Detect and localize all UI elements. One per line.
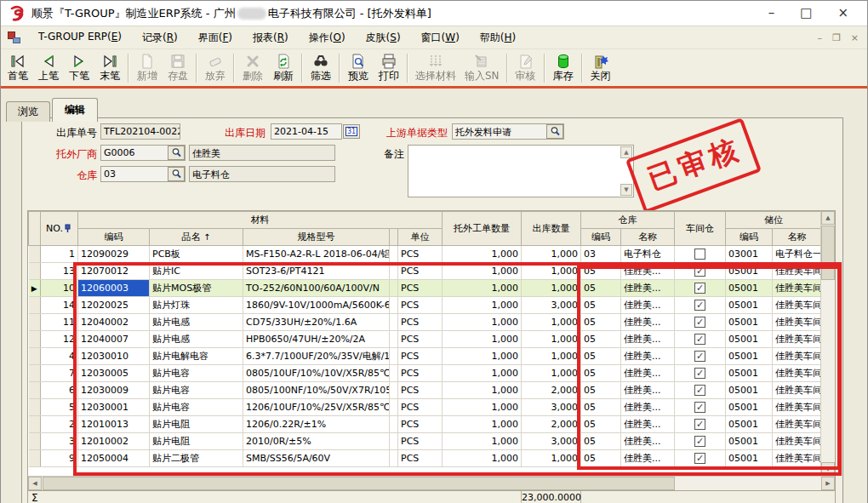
toolbar-button-7[interactable]: 删除 [237, 50, 268, 85]
cell-order-qty[interactable]: 1,000 [443, 365, 522, 382]
table-row[interactable]: 1312070012贴片ICSOT23-6/PT4121PCS1,0001,00… [29, 263, 822, 280]
toolbar-button-16[interactable]: 关闭 [585, 50, 616, 85]
tab-edit[interactable]: 编辑 [52, 98, 98, 122]
cell-loc-code[interactable]: 03001 [726, 246, 773, 263]
header-unit[interactable]: 单位 [398, 229, 443, 246]
cell-loc-name[interactable]: 佳胜美车间仓 [773, 331, 821, 348]
toolbar-button-6[interactable]: 放弃 [200, 50, 231, 85]
remark-scroll-up-icon[interactable]: ▲ [620, 146, 632, 158]
cell-loc-name[interactable]: 佳胜美车间仓 [773, 297, 821, 314]
cell-loc-code[interactable]: 05001 [726, 297, 773, 314]
table-row[interactable]: 212010013贴片电阻1206/0.22R/±1%PCS1,0002,000… [29, 416, 822, 433]
upstream-lookup-button[interactable] [546, 124, 563, 139]
cell-spec[interactable]: 0805/100NF/10%/50V/X7R/105℃ [243, 382, 390, 399]
menu-item-5[interactable]: 皮肤(S) [356, 28, 411, 48]
cell-spec[interactable]: 1860/9V-10V/1000mA/5600K-6500K... [243, 297, 390, 314]
cell-wh-name[interactable]: 佳胜美... [621, 399, 675, 416]
calendar-button[interactable]: 31 [343, 124, 360, 139]
table-row[interactable]: 312010002贴片电阻2010/0R/±5%PCS1,0003,00005佳… [29, 433, 822, 450]
cell-out-qty[interactable]: 3,000 [522, 433, 581, 450]
toolbar-button-13[interactable]: 输入SN [460, 50, 504, 85]
checkbox-checked-icon[interactable]: ✓ [694, 317, 705, 328]
checkbox-checked-icon[interactable]: ✓ [694, 351, 705, 362]
cell-wh-code[interactable]: 05 [581, 263, 621, 280]
cell-wh-name[interactable]: 佳胜美... [621, 365, 675, 382]
table-row[interactable]: 1212040007贴片电感HPB0650/47UH/±20%/2APCS1,0… [29, 331, 822, 348]
toolbar-button-8[interactable]: 刷新 [268, 50, 299, 85]
cell-unit[interactable]: PCS [398, 314, 443, 331]
scroll-left-icon[interactable]: ◀ [28, 477, 42, 490]
cell-loc-code[interactable]: 05001 [726, 416, 773, 433]
cell-wh-code[interactable]: 05 [581, 416, 621, 433]
cell-unit[interactable]: PCS [398, 331, 443, 348]
toolbar-button-14[interactable]: 审核 [511, 50, 541, 85]
cell-unit[interactable]: PCS [398, 297, 443, 314]
cell-wh-name[interactable]: 佳胜美... [621, 450, 675, 467]
cell-spec[interactable]: 0805/10UF/10%/10V/X5R/85℃ [243, 365, 390, 382]
header-out-qty[interactable]: 出库数量 [522, 212, 581, 246]
cell-spec[interactable]: CD75/33UH/±20%/1.6A [243, 314, 390, 331]
remark-scroll-down-icon[interactable]: ▼ [620, 184, 632, 196]
toolbar-button-4[interactable]: 新增 [132, 50, 163, 85]
mdi-minimize-button[interactable]: – [817, 33, 822, 43]
cell-name[interactable]: 贴片电解电容 [150, 348, 243, 365]
header-code[interactable]: 编码 [78, 229, 150, 246]
cell-wh-name[interactable]: 佳胜美... [621, 433, 675, 450]
cell-loc-name[interactable]: 佳胜美车间仓 [773, 450, 821, 467]
cell-loc-code[interactable]: 05001 [726, 331, 773, 348]
cell-loc-name[interactable]: 佳胜美车间仓 [773, 280, 821, 297]
menu-item-3[interactable]: 报表(R) [243, 28, 299, 48]
cell-name[interactable]: PCB板 [150, 246, 243, 263]
cell-wh-code[interactable]: 05 [581, 365, 621, 382]
cell-order-qty[interactable]: 1,000 [443, 382, 522, 399]
checkbox-checked-icon[interactable]: ✓ [694, 266, 705, 277]
toolbar-button-10[interactable]: 预览 [343, 50, 374, 85]
checkbox-checked-icon[interactable]: ✓ [694, 419, 705, 430]
checkbox-checked-icon[interactable]: ✓ [694, 300, 705, 311]
cell-wh-code[interactable]: 05 [581, 314, 621, 331]
cell-code[interactable]: 12010002 [78, 433, 150, 450]
cell-out-qty[interactable]: 1,000 [522, 450, 581, 467]
header-order-qty[interactable]: 托外工单数量 [443, 212, 522, 246]
cell-loc-code[interactable]: 05001 [726, 263, 773, 280]
cell-loc-code[interactable]: 05001 [726, 450, 773, 467]
table-row[interactable]: 412030010贴片电解电容6.3*7.7/100UF/20%/35V/电解/… [29, 348, 822, 365]
header-wh-name[interactable]: 名称 [621, 229, 675, 246]
cell-wh-name[interactable]: 电子料仓 [621, 246, 675, 263]
checkbox-checked-icon[interactable]: ✓ [694, 368, 705, 379]
vertical-scrollbar[interactable]: ▲ ▼ [820, 211, 835, 476]
cell-order-qty[interactable]: 1,000 [443, 348, 522, 365]
cell-out-qty[interactable]: 1,000 [522, 365, 581, 382]
cell-spec[interactable]: 2010/0R/±5% [243, 433, 390, 450]
cell-unit[interactable]: PCS [398, 382, 443, 399]
cell-code[interactable]: 12010013 [78, 416, 150, 433]
cell-wh-name[interactable]: 佳胜美... [621, 416, 675, 433]
cell-unit[interactable]: PCS [398, 399, 443, 416]
cell-name[interactable]: 贴片电感 [150, 314, 243, 331]
cell-spec[interactable]: SOT23-6/PT4121 [243, 263, 390, 280]
cell-code[interactable]: 12090029 [78, 246, 150, 263]
cell-order-qty[interactable]: 1,000 [443, 263, 522, 280]
cell-order-qty[interactable]: 1,000 [443, 416, 522, 433]
cell-order-qty[interactable]: 1,000 [443, 331, 522, 348]
cell-wh-code[interactable]: 05 [581, 348, 621, 365]
cell-spec[interactable]: 6.3*7.7/100UF/20%/35V/电解/105℃ [243, 348, 390, 365]
cell-wh-name[interactable]: 佳胜美... [621, 263, 675, 280]
cell-code[interactable]: 12050004 [78, 450, 150, 467]
cell-wh-code[interactable]: 05 [581, 433, 621, 450]
table-row[interactable]: 512030001贴片电容1206/10UF/10%/25V/X5R/85℃PC… [29, 399, 822, 416]
minimize-button[interactable]: – [768, 7, 775, 20]
cell-code[interactable]: 12030009 [78, 382, 150, 399]
checkbox-checked-icon[interactable]: ✓ [694, 436, 705, 447]
cell-unit[interactable]: PCS [398, 433, 443, 450]
vertical-scroll-thumb[interactable] [821, 226, 835, 280]
cell-wh-name[interactable]: 佳胜美... [621, 314, 675, 331]
remark-textarea[interactable]: ▲ ▼ [408, 145, 634, 197]
toolbar-button-9[interactable]: 筛选 [306, 50, 336, 85]
cell-loc-code[interactable]: 05001 [726, 280, 773, 297]
cell-name[interactable]: 贴片电容 [150, 399, 243, 416]
cell-unit[interactable]: PCS [398, 246, 443, 263]
cell-code[interactable]: 12020025 [78, 297, 150, 314]
cell-name[interactable]: 贴片灯珠 [150, 297, 243, 314]
checkbox-unchecked-icon[interactable] [694, 249, 705, 260]
